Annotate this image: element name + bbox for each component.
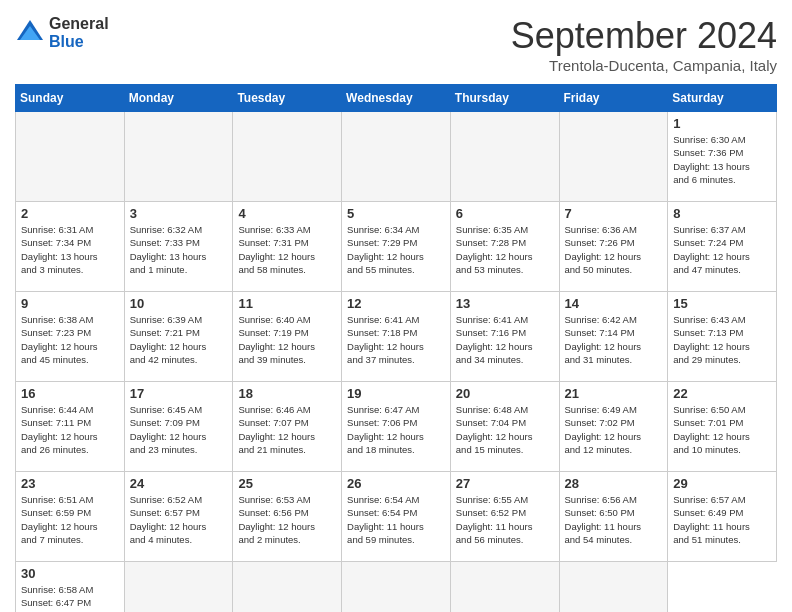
table-row: 8Sunrise: 6:37 AM Sunset: 7:24 PM Daylig… <box>668 202 777 292</box>
day-number: 18 <box>238 386 336 401</box>
table-row: 14Sunrise: 6:42 AM Sunset: 7:14 PM Dayli… <box>559 292 668 382</box>
logo-blue: Blue <box>49 33 109 51</box>
month-title: September 2024 <box>511 15 777 57</box>
calendar-row: 30Sunrise: 6:58 AM Sunset: 6:47 PM Dayli… <box>16 562 777 613</box>
day-info: Sunrise: 6:52 AM Sunset: 6:57 PM Dayligh… <box>130 493 228 546</box>
day-info: Sunrise: 6:39 AM Sunset: 7:21 PM Dayligh… <box>130 313 228 366</box>
day-number: 7 <box>565 206 663 221</box>
day-number: 25 <box>238 476 336 491</box>
table-row <box>559 562 668 613</box>
day-info: Sunrise: 6:45 AM Sunset: 7:09 PM Dayligh… <box>130 403 228 456</box>
calendar-row: 2Sunrise: 6:31 AM Sunset: 7:34 PM Daylig… <box>16 202 777 292</box>
table-row: 20Sunrise: 6:48 AM Sunset: 7:04 PM Dayli… <box>450 382 559 472</box>
day-number: 16 <box>21 386 119 401</box>
table-row: 21Sunrise: 6:49 AM Sunset: 7:02 PM Dayli… <box>559 382 668 472</box>
table-row: 1Sunrise: 6:30 AM Sunset: 7:36 PM Daylig… <box>668 112 777 202</box>
table-row: 9Sunrise: 6:38 AM Sunset: 7:23 PM Daylig… <box>16 292 125 382</box>
day-info: Sunrise: 6:44 AM Sunset: 7:11 PM Dayligh… <box>21 403 119 456</box>
table-row: 4Sunrise: 6:33 AM Sunset: 7:31 PM Daylig… <box>233 202 342 292</box>
day-info: Sunrise: 6:49 AM Sunset: 7:02 PM Dayligh… <box>565 403 663 456</box>
header-saturday: Saturday <box>668 85 777 112</box>
day-info: Sunrise: 6:41 AM Sunset: 7:16 PM Dayligh… <box>456 313 554 366</box>
title-area: September 2024 Trentola-Ducenta, Campani… <box>511 15 777 74</box>
day-info: Sunrise: 6:54 AM Sunset: 6:54 PM Dayligh… <box>347 493 445 546</box>
table-row: 15Sunrise: 6:43 AM Sunset: 7:13 PM Dayli… <box>668 292 777 382</box>
day-info: Sunrise: 6:32 AM Sunset: 7:33 PM Dayligh… <box>130 223 228 276</box>
table-row: 17Sunrise: 6:45 AM Sunset: 7:09 PM Dayli… <box>124 382 233 472</box>
table-row: 25Sunrise: 6:53 AM Sunset: 6:56 PM Dayli… <box>233 472 342 562</box>
day-number: 11 <box>238 296 336 311</box>
day-number: 14 <box>565 296 663 311</box>
day-number: 17 <box>130 386 228 401</box>
table-row: 12Sunrise: 6:41 AM Sunset: 7:18 PM Dayli… <box>342 292 451 382</box>
day-info: Sunrise: 6:31 AM Sunset: 7:34 PM Dayligh… <box>21 223 119 276</box>
table-row: 6Sunrise: 6:35 AM Sunset: 7:28 PM Daylig… <box>450 202 559 292</box>
header-wednesday: Wednesday <box>342 85 451 112</box>
day-number: 20 <box>456 386 554 401</box>
header-sunday: Sunday <box>16 85 125 112</box>
day-info: Sunrise: 6:53 AM Sunset: 6:56 PM Dayligh… <box>238 493 336 546</box>
day-info: Sunrise: 6:43 AM Sunset: 7:13 PM Dayligh… <box>673 313 771 366</box>
day-info: Sunrise: 6:36 AM Sunset: 7:26 PM Dayligh… <box>565 223 663 276</box>
calendar-row: 9Sunrise: 6:38 AM Sunset: 7:23 PM Daylig… <box>16 292 777 382</box>
day-number: 30 <box>21 566 119 581</box>
day-info: Sunrise: 6:50 AM Sunset: 7:01 PM Dayligh… <box>673 403 771 456</box>
table-row: 30Sunrise: 6:58 AM Sunset: 6:47 PM Dayli… <box>16 562 125 613</box>
table-row: 10Sunrise: 6:39 AM Sunset: 7:21 PM Dayli… <box>124 292 233 382</box>
day-number: 3 <box>130 206 228 221</box>
table-row <box>450 112 559 202</box>
day-info: Sunrise: 6:55 AM Sunset: 6:52 PM Dayligh… <box>456 493 554 546</box>
day-number: 24 <box>130 476 228 491</box>
day-number: 8 <box>673 206 771 221</box>
table-row: 13Sunrise: 6:41 AM Sunset: 7:16 PM Dayli… <box>450 292 559 382</box>
day-number: 1 <box>673 116 771 131</box>
day-info: Sunrise: 6:35 AM Sunset: 7:28 PM Dayligh… <box>456 223 554 276</box>
day-number: 29 <box>673 476 771 491</box>
table-row <box>559 112 668 202</box>
table-row <box>124 562 233 613</box>
header-monday: Monday <box>124 85 233 112</box>
table-row: 24Sunrise: 6:52 AM Sunset: 6:57 PM Dayli… <box>124 472 233 562</box>
header-friday: Friday <box>559 85 668 112</box>
table-row: 16Sunrise: 6:44 AM Sunset: 7:11 PM Dayli… <box>16 382 125 472</box>
table-row: 19Sunrise: 6:47 AM Sunset: 7:06 PM Dayli… <box>342 382 451 472</box>
day-info: Sunrise: 6:47 AM Sunset: 7:06 PM Dayligh… <box>347 403 445 456</box>
day-info: Sunrise: 6:41 AM Sunset: 7:18 PM Dayligh… <box>347 313 445 366</box>
logo-general: General <box>49 15 109 33</box>
header-thursday: Thursday <box>450 85 559 112</box>
day-number: 23 <box>21 476 119 491</box>
table-row: 29Sunrise: 6:57 AM Sunset: 6:49 PM Dayli… <box>668 472 777 562</box>
day-number: 2 <box>21 206 119 221</box>
day-number: 9 <box>21 296 119 311</box>
day-info: Sunrise: 6:38 AM Sunset: 7:23 PM Dayligh… <box>21 313 119 366</box>
table-row <box>450 562 559 613</box>
calendar-row: 23Sunrise: 6:51 AM Sunset: 6:59 PM Dayli… <box>16 472 777 562</box>
day-info: Sunrise: 6:48 AM Sunset: 7:04 PM Dayligh… <box>456 403 554 456</box>
weekday-header-row: Sunday Monday Tuesday Wednesday Thursday… <box>16 85 777 112</box>
table-row <box>342 562 451 613</box>
day-number: 6 <box>456 206 554 221</box>
location: Trentola-Ducenta, Campania, Italy <box>511 57 777 74</box>
day-number: 5 <box>347 206 445 221</box>
day-info: Sunrise: 6:33 AM Sunset: 7:31 PM Dayligh… <box>238 223 336 276</box>
day-info: Sunrise: 6:46 AM Sunset: 7:07 PM Dayligh… <box>238 403 336 456</box>
logo-text: General Blue <box>49 15 109 50</box>
day-info: Sunrise: 6:34 AM Sunset: 7:29 PM Dayligh… <box>347 223 445 276</box>
day-number: 19 <box>347 386 445 401</box>
table-row: 2Sunrise: 6:31 AM Sunset: 7:34 PM Daylig… <box>16 202 125 292</box>
day-number: 22 <box>673 386 771 401</box>
table-row <box>342 112 451 202</box>
calendar-row: 1Sunrise: 6:30 AM Sunset: 7:36 PM Daylig… <box>16 112 777 202</box>
day-info: Sunrise: 6:51 AM Sunset: 6:59 PM Dayligh… <box>21 493 119 546</box>
logo-icon <box>15 18 45 48</box>
day-number: 4 <box>238 206 336 221</box>
table-row: 28Sunrise: 6:56 AM Sunset: 6:50 PM Dayli… <box>559 472 668 562</box>
logo: General Blue <box>15 15 109 50</box>
calendar-table: Sunday Monday Tuesday Wednesday Thursday… <box>15 84 777 612</box>
day-number: 26 <box>347 476 445 491</box>
table-row <box>16 112 125 202</box>
table-row <box>233 562 342 613</box>
header-tuesday: Tuesday <box>233 85 342 112</box>
table-row: 18Sunrise: 6:46 AM Sunset: 7:07 PM Dayli… <box>233 382 342 472</box>
day-number: 10 <box>130 296 228 311</box>
